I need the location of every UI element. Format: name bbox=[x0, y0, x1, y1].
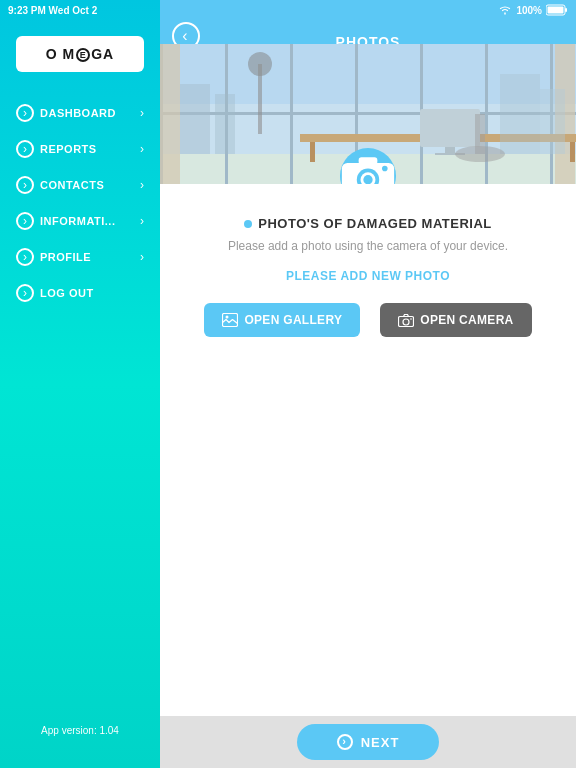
svg-rect-24 bbox=[215, 94, 235, 154]
svg-rect-18 bbox=[570, 142, 575, 162]
svg-rect-36 bbox=[359, 157, 378, 164]
sidebar-item-dashboard[interactable]: DASHBOARD › bbox=[8, 96, 160, 130]
svg-rect-14 bbox=[160, 44, 180, 184]
dashboard-arrow-icon: › bbox=[140, 106, 144, 120]
action-buttons: OPEN GALLERY OPEN CAMERA bbox=[180, 303, 556, 337]
sidebar-item-profile[interactable]: PROFILE › bbox=[8, 240, 160, 274]
svg-rect-23 bbox=[180, 84, 210, 154]
wifi-icon bbox=[498, 5, 512, 15]
svg-rect-26 bbox=[540, 89, 565, 154]
svg-rect-28 bbox=[445, 147, 455, 153]
gallery-button-label: OPEN GALLERY bbox=[244, 313, 342, 327]
svg-rect-2 bbox=[548, 7, 564, 14]
logout-chevron-icon bbox=[16, 284, 34, 302]
svg-rect-25 bbox=[500, 74, 540, 154]
sidebar-item-contacts[interactable]: CONTACTS › bbox=[8, 168, 160, 202]
profile-arrow-icon: › bbox=[140, 250, 144, 264]
gallery-icon bbox=[222, 313, 238, 327]
svg-rect-17 bbox=[310, 142, 315, 162]
sidebar-item-label: INFORMATI... bbox=[40, 215, 115, 227]
sidebar-item-label: DASHBOARD bbox=[40, 107, 116, 119]
add-photo-link[interactable]: PLEASE ADD NEW PHOTO bbox=[286, 269, 450, 283]
reports-chevron-icon bbox=[16, 140, 34, 158]
status-time: 9:23 PM Wed Oct 2 bbox=[8, 5, 97, 16]
sidebar-item-logout[interactable]: LOG OUT bbox=[8, 276, 160, 310]
svg-rect-1 bbox=[565, 8, 567, 12]
svg-point-37 bbox=[382, 166, 388, 172]
svg-point-41 bbox=[403, 319, 409, 325]
camera-overlay-icon bbox=[340, 148, 396, 184]
section-description: Please add a photo using the camera of y… bbox=[228, 239, 508, 253]
reports-arrow-icon: › bbox=[140, 142, 144, 156]
camera-button-label: OPEN CAMERA bbox=[420, 313, 513, 327]
svg-point-42 bbox=[410, 318, 412, 320]
hero-image bbox=[160, 44, 576, 184]
dashboard-chevron-icon bbox=[16, 104, 34, 122]
content-area: PHOTO'S OF DAMAGED MATERIAL Please add a… bbox=[160, 184, 576, 716]
sidebar-item-information[interactable]: INFORMATI... › bbox=[8, 204, 160, 238]
section-title-text: PHOTO'S OF DAMAGED MATERIAL bbox=[258, 216, 492, 231]
app-version: App version: 1.04 bbox=[0, 725, 160, 736]
nav-menu: DASHBOARD › REPORTS › CONTACTS › INFORMA… bbox=[0, 96, 160, 310]
sidebar-item-label: CONTACTS bbox=[40, 179, 104, 191]
section-title: PHOTO'S OF DAMAGED MATERIAL bbox=[244, 216, 492, 231]
contacts-chevron-icon bbox=[16, 176, 34, 194]
next-button[interactable]: NEXT bbox=[297, 724, 440, 760]
svg-rect-20 bbox=[258, 64, 262, 134]
battery-icon bbox=[546, 4, 568, 16]
contacts-arrow-icon: › bbox=[140, 178, 144, 192]
svg-rect-31 bbox=[475, 114, 485, 154]
information-chevron-icon bbox=[16, 212, 34, 230]
svg-point-35 bbox=[363, 175, 372, 184]
sidebar: 9:23 PM Wed Oct 2 O MEGA DASHBOARD › REP… bbox=[0, 0, 160, 768]
bottom-bar: NEXT bbox=[160, 716, 576, 768]
profile-chevron-icon bbox=[16, 248, 34, 266]
app-container: 9:23 PM Wed Oct 2 O MEGA DASHBOARD › REP… bbox=[0, 0, 576, 768]
svg-point-39 bbox=[226, 316, 229, 319]
logo: O MEGA bbox=[16, 36, 144, 72]
svg-rect-27 bbox=[420, 109, 480, 147]
status-dot bbox=[244, 220, 252, 228]
battery-label: 100% bbox=[516, 5, 542, 16]
open-gallery-button[interactable]: OPEN GALLERY bbox=[204, 303, 360, 337]
open-camera-button[interactable]: OPEN CAMERA bbox=[380, 303, 531, 337]
sidebar-item-label: REPORTS bbox=[40, 143, 97, 155]
camera-icon bbox=[340, 148, 396, 184]
camera-btn-icon bbox=[398, 314, 414, 327]
sidebar-item-reports[interactable]: REPORTS › bbox=[8, 132, 160, 166]
next-chevron-icon bbox=[337, 734, 353, 750]
main-content: 100% PHOTOS bbox=[160, 0, 576, 768]
sidebar-item-label: PROFILE bbox=[40, 251, 91, 263]
information-arrow-icon: › bbox=[140, 214, 144, 228]
sidebar-item-label: LOG OUT bbox=[40, 287, 94, 299]
next-button-label: NEXT bbox=[361, 735, 400, 750]
